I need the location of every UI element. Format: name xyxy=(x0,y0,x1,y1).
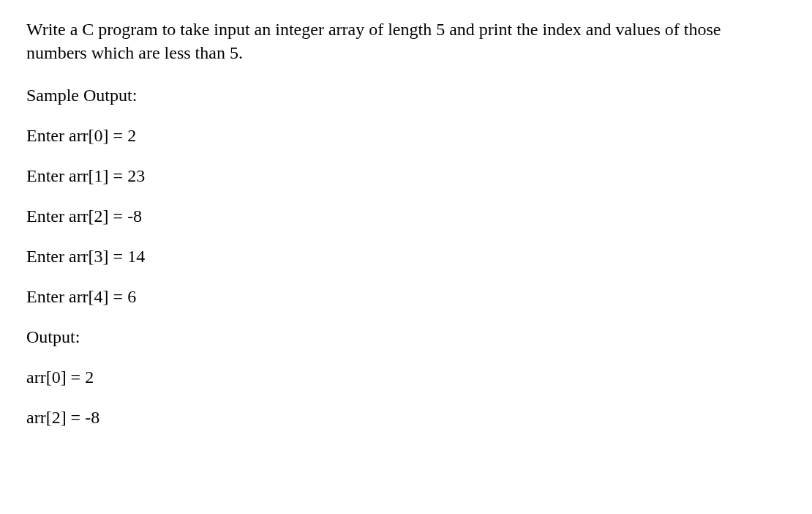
sample-output-label: Sample Output: xyxy=(26,86,786,105)
output-line: arr[0] = 2 xyxy=(26,368,786,387)
problem-statement: Write a C program to take input an integ… xyxy=(26,18,786,65)
input-line: Enter arr[2] = -8 xyxy=(26,206,786,226)
output-label: Output: xyxy=(26,327,786,347)
input-line: Enter arr[3] = 14 xyxy=(26,247,786,267)
input-line: Enter arr[0] = 2 xyxy=(26,126,786,146)
document-content: Write a C program to take input an integ… xyxy=(0,0,812,466)
output-line: arr[2] = -8 xyxy=(26,408,786,428)
input-line: Enter arr[4] = 6 xyxy=(26,287,786,307)
input-line: Enter arr[1] = 23 xyxy=(26,166,786,186)
